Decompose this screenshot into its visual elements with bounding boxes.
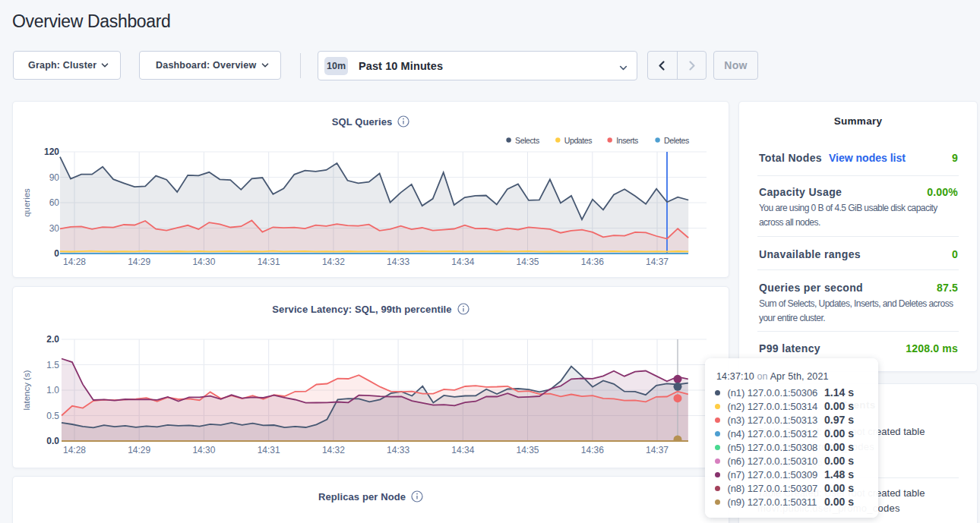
svg-text:14:33: 14:33 [387,445,409,455]
svg-text:Inserts: Inserts [616,136,638,145]
svg-text:90: 90 [49,172,60,183]
svg-text:14:36: 14:36 [581,445,604,455]
svg-text:120: 120 [44,147,59,157]
svg-text:14:33: 14:33 [387,257,409,267]
svg-text:0: 0 [54,248,59,259]
svg-text:1.0: 1.0 [46,385,59,395]
svg-text:14:28: 14:28 [63,257,86,267]
svg-text:Deletes: Deletes [664,136,689,145]
svg-text:Updates: Updates [564,136,592,145]
svg-text:14:29: 14:29 [128,257,150,267]
svg-text:14:32: 14:32 [322,445,345,455]
svg-text:14:35: 14:35 [516,445,539,455]
svg-text:0.0: 0.0 [46,436,59,446]
svg-text:14:32: 14:32 [322,257,345,267]
svg-text:latency (s): latency (s) [22,370,31,410]
svg-text:60: 60 [49,197,60,208]
svg-text:2.0: 2.0 [46,334,59,345]
svg-text:14:35: 14:35 [516,257,539,267]
svg-text:14:29: 14:29 [128,445,150,455]
svg-text:14:37: 14:37 [646,257,669,267]
svg-text:14:28: 14:28 [63,445,86,455]
svg-text:14:36: 14:36 [581,257,604,267]
svg-text:0.5: 0.5 [46,411,59,421]
svg-text:queries: queries [22,188,31,217]
svg-text:14:37: 14:37 [646,445,669,455]
svg-text:14:34: 14:34 [451,257,474,267]
svg-text:14:30: 14:30 [192,445,215,455]
svg-text:1.5: 1.5 [46,360,59,370]
svg-text:30: 30 [49,223,60,234]
svg-text:14:34: 14:34 [451,445,474,455]
svg-text:14:30: 14:30 [192,257,215,267]
svg-text:Selects: Selects [515,136,539,145]
svg-text:14:31: 14:31 [258,445,280,455]
svg-text:14:31: 14:31 [258,257,280,267]
